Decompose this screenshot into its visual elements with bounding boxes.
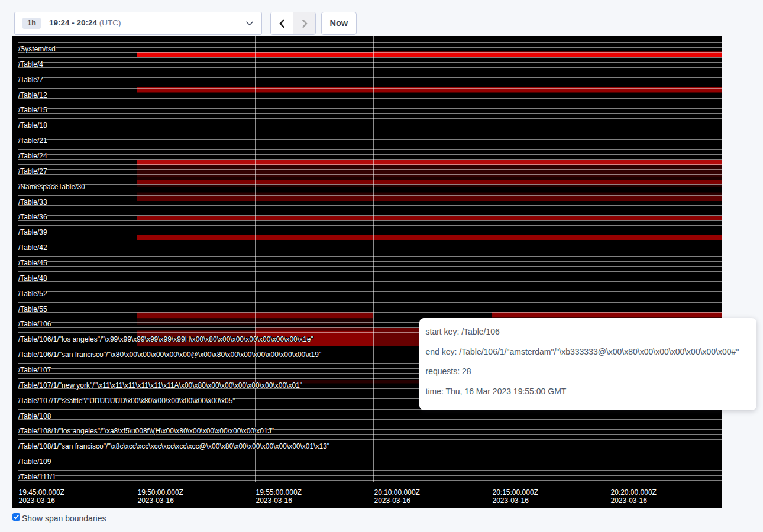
svg-text:/Table/33: /Table/33 — [18, 198, 47, 206]
svg-text:/Table/107/1/"seattle"/"UUUUUU: /Table/107/1/"seattle"/"UUUUUUD\x00\x80\… — [18, 397, 235, 405]
svg-text:/Table/12: /Table/12 — [18, 91, 47, 99]
svg-text:19:45:00.000Z: 19:45:00.000Z — [19, 488, 64, 497]
svg-text:19:50:00.000Z: 19:50:00.000Z — [138, 488, 183, 497]
svg-text:2023-03-16: 2023-03-16 — [138, 497, 174, 505]
svg-text:/Table/108/1/"san francisco"/": /Table/108/1/"san francisco"/"\x8c\xcc\x… — [18, 442, 329, 450]
svg-text:/Table/108: /Table/108 — [18, 412, 51, 420]
svg-text:/Table/108/1/"los angeles"/"\x: /Table/108/1/"los angeles"/"\xa8\xf5\u00… — [18, 427, 274, 435]
svg-text:/Table/39: /Table/39 — [18, 228, 47, 236]
svg-text:/Table/7: /Table/7 — [18, 76, 43, 84]
svg-text:/Table/106/1/"san francisco"/": /Table/106/1/"san francisco"/"\x80\x00\x… — [18, 351, 321, 359]
svg-text:/NamespaceTable/30: /NamespaceTable/30 — [18, 183, 85, 191]
svg-text:/System/tsd: /System/tsd — [18, 45, 56, 53]
svg-text:2023-03-16: 2023-03-16 — [374, 497, 411, 505]
svg-text:2023-03-16: 2023-03-16 — [493, 497, 529, 505]
svg-text:2023-03-16: 2023-03-16 — [19, 497, 56, 505]
svg-text:/Table/18: /Table/18 — [18, 121, 47, 129]
svg-text:/Table/27: /Table/27 — [18, 167, 47, 176]
svg-text:2023-03-16: 2023-03-16 — [256, 497, 293, 505]
svg-text:/Table/45: /Table/45 — [18, 259, 47, 267]
svg-text:/Table/52: /Table/52 — [18, 290, 47, 298]
svg-text:20:15:00.000Z: 20:15:00.000Z — [493, 488, 538, 497]
svg-text:/Table/15: /Table/15 — [18, 106, 47, 114]
svg-text:/Table/106: /Table/106 — [18, 320, 51, 328]
svg-text:/Table/111/1: /Table/111/1 — [18, 473, 56, 481]
svg-text:/Table/36: /Table/36 — [18, 213, 47, 221]
svg-text:2023-03-16: 2023-03-16 — [611, 497, 648, 505]
svg-text:/Table/4: /Table/4 — [18, 60, 43, 69]
svg-text:/Table/24: /Table/24 — [18, 152, 47, 160]
svg-text:/Table/21: /Table/21 — [18, 137, 47, 145]
svg-text:/Table/55: /Table/55 — [18, 305, 47, 313]
svg-text:/Table/109: /Table/109 — [18, 458, 51, 466]
svg-text:/Table/106/1/"los angeles"/"\x: /Table/106/1/"los angeles"/"\x99\x99\x99… — [18, 335, 313, 343]
svg-text:/Table/42: /Table/42 — [18, 244, 47, 252]
svg-text:/Table/48: /Table/48 — [18, 274, 47, 283]
svg-text:19:55:00.000Z: 19:55:00.000Z — [256, 488, 302, 497]
svg-text:/Table/107: /Table/107 — [18, 366, 51, 374]
svg-text:20:20:00.000Z: 20:20:00.000Z — [611, 488, 657, 497]
svg-text:20:10:00.000Z: 20:10:00.000Z — [374, 488, 420, 497]
svg-text:/Table/107/1/"new york"/"\x11\: /Table/107/1/"new york"/"\x11\x11\x11\x1… — [18, 381, 302, 390]
